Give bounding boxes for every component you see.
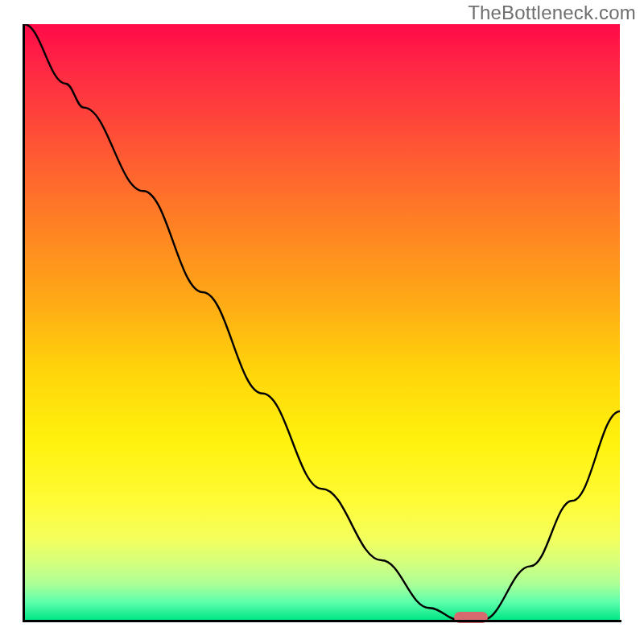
bottleneck-curve [24, 24, 620, 620]
watermark-text: TheBottleneck.com [468, 2, 636, 24]
chart-container: TheBottleneck.com [0, 0, 644, 644]
curve-svg [24, 24, 620, 620]
plot-area [24, 24, 620, 620]
x-axis [23, 620, 621, 622]
y-axis [23, 24, 25, 621]
